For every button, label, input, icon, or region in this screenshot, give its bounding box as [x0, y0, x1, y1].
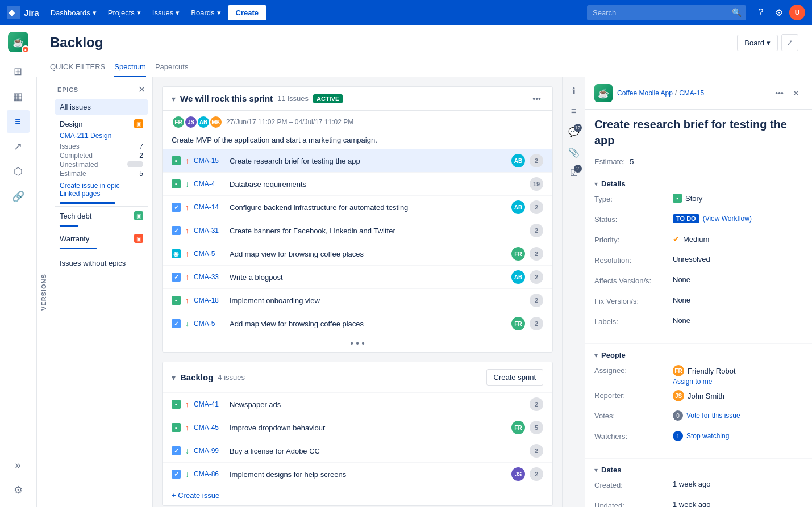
detail-sidebar-icons: ℹ ≡ 💬 12 📎 ☑ 2: [563, 77, 585, 507]
sprint-end-dots[interactable]: • • •: [350, 338, 365, 349]
field-reporter: Reporter: JS John Smith: [594, 390, 803, 406]
settings-icon[interactable]: ⚙: [771, 5, 787, 20]
quick-filter-spectrum[interactable]: Spectrum: [114, 58, 146, 77]
reporter-name: John Smith: [688, 392, 724, 400]
detail-checklist-icon[interactable]: ☑ 2: [565, 164, 583, 182]
nav-boards[interactable]: Boards ▾: [186, 5, 225, 20]
issue-summary: Create research brief for testing the ap…: [230, 157, 507, 165]
detail-actions: ••• ✕: [772, 86, 803, 100]
issue-row[interactable]: ▪ ↑ CMA-18 Implement onboarding view 2: [163, 288, 552, 312]
field-watchers: Watchers: 1 Stop watching: [594, 431, 803, 447]
sidebar-backlog-icon[interactable]: ≡: [7, 110, 30, 133]
detail-comments-icon[interactable]: 💬 12: [565, 123, 583, 141]
boards-dropdown-icon: ▾: [217, 9, 221, 17]
reporter-avatar: JS: [673, 390, 684, 401]
svg-text:◆: ◆: [8, 8, 15, 17]
backlog-toggle-icon[interactable]: ▾: [172, 373, 176, 382]
issue-row[interactable]: ▪ ↑ CMA-45 Improve dropdown behaviour FR…: [163, 416, 552, 439]
nav-issues[interactable]: Issues ▾: [148, 5, 185, 20]
issue-row[interactable]: ▪ ↑ CMA-41 Newspaper ads 2: [163, 392, 552, 416]
detail-close-icon[interactable]: ✕: [789, 86, 803, 100]
search-input[interactable]: [587, 5, 746, 20]
issue-row[interactable]: ✓ ↑ CMA-33 Write a blogpost AB 2: [163, 265, 552, 288]
nav-dashboards[interactable]: Dashboards ▾: [46, 5, 101, 20]
issue-type-task-icon: ✓: [172, 319, 181, 328]
sprint-more-icon[interactable]: •••: [530, 92, 543, 106]
issue-key: CMA-33: [194, 273, 225, 281]
versions-tab[interactable]: VERSIONS: [36, 77, 51, 507]
board-button[interactable]: Board ▾: [737, 35, 778, 51]
epic-name-techdebt[interactable]: Tech debt ▣: [55, 209, 148, 223]
linked-pages-link[interactable]: Linked pages: [60, 190, 143, 198]
epics-header: EPICS ✕: [55, 82, 148, 99]
detail-more-icon[interactable]: •••: [772, 86, 787, 100]
epic-badge-warranty: ▣: [134, 234, 143, 243]
type-value: Story: [685, 194, 702, 203]
project-icon[interactable]: ☕ ●: [8, 32, 28, 52]
issue-row[interactable]: ✓ ↑ CMA-14 Configure backend infrastruct…: [163, 195, 552, 219]
sidebar-home-icon[interactable]: ⊞: [7, 60, 30, 83]
create-issue-in-epic-link[interactable]: Create issue in epic: [60, 182, 143, 190]
detail-info-icon[interactable]: ℹ: [565, 82, 583, 100]
epics-close-icon[interactable]: ✕: [138, 84, 145, 95]
sprint-active-badge: ACTIVE: [313, 94, 343, 103]
nav-projects[interactable]: Projects ▾: [103, 5, 145, 20]
issue-type-story-icon: ▪: [172, 423, 181, 432]
sprint-toggle-icon[interactable]: ▾: [172, 94, 176, 103]
detail-dates-section: ▾ Dates Created: 1 week ago Updated: 1 w…: [585, 459, 812, 507]
priority-high-icon: ↑: [185, 249, 189, 258]
issue-avatar: AB: [511, 154, 525, 167]
vote-link[interactable]: Vote for this issue: [686, 412, 740, 420]
people-toggle-icon: ▾: [594, 351, 598, 359]
stop-watching-link[interactable]: Stop watching: [686, 432, 729, 440]
epic-badge-design: ▣: [134, 119, 143, 128]
issue-row[interactable]: ✓ ↓ CMA-99 Buy a license for Adobe CC 2: [163, 439, 552, 462]
expand-button[interactable]: ⤢: [781, 34, 798, 51]
dates-section-title: Dates: [601, 466, 621, 474]
issue-row[interactable]: ▪ ↑ CMA-15 Create research brief for tes…: [163, 149, 552, 172]
sidebar-reports-icon[interactable]: ↗: [7, 135, 30, 158]
detail-people-section: ▾ People Assignee: FR Friendly Robot: [585, 344, 812, 459]
help-icon[interactable]: ?: [753, 5, 769, 20]
epic-all-issues[interactable]: All issues: [55, 99, 148, 115]
sidebar-expand-icon[interactable]: »: [7, 454, 30, 476]
issues-dropdown-icon: ▾: [176, 9, 180, 17]
issue-row[interactable]: ▪ ↓ CMA-4 Database requirements 19: [163, 172, 552, 195]
jira-logo[interactable]: ◆ Jira: [7, 6, 39, 19]
detail-details-icon[interactable]: ≡: [565, 102, 583, 120]
issue-row[interactable]: ✓ ↓ CMA-5 Add map view for browsing coff…: [163, 312, 552, 335]
epic-sub-design[interactable]: CMA-211 Design: [55, 131, 148, 141]
epic-name-design[interactable]: Design ▣: [55, 117, 148, 131]
create-button[interactable]: Create: [228, 5, 266, 20]
sidebar-board-icon[interactable]: ▦: [7, 85, 30, 108]
quick-filter-papercuts[interactable]: Papercuts: [155, 58, 189, 77]
sprint-avatar-4: MK: [209, 115, 223, 129]
user-avatar[interactable]: U: [789, 5, 805, 20]
view-workflow-link[interactable]: (View Workflow): [703, 215, 752, 223]
issue-row[interactable]: ✓ ↑ CMA-31 Create banners for Facebook, …: [163, 219, 552, 242]
detail-attachments-icon[interactable]: 📎: [565, 143, 583, 161]
status-badge[interactable]: TO DO: [673, 214, 699, 223]
priority-high-icon: ↑: [185, 296, 189, 305]
epic-without-label[interactable]: Issues without epics: [55, 254, 148, 272]
issue-key: CMA-4: [194, 180, 225, 188]
dates-section-header[interactable]: ▾ Dates: [594, 466, 803, 474]
people-section-header[interactable]: ▾ People: [594, 351, 803, 359]
issue-row[interactable]: ◉ ↑ CMA-5 Add map view for browsing coff…: [163, 242, 552, 265]
issue-points: 2: [530, 467, 543, 481]
issue-row[interactable]: ✓ ↓ CMA-86 Implement designs for help sc…: [163, 462, 552, 485]
breadcrumb-project[interactable]: Coffee Mobile App: [617, 89, 673, 97]
create-sprint-button[interactable]: Create sprint: [486, 369, 543, 386]
epic-name-warranty[interactable]: Warranty ▣: [55, 232, 148, 245]
sidebar-releases-icon[interactable]: ⬡: [7, 160, 30, 183]
breadcrumb-issue-key[interactable]: CMA-15: [679, 89, 704, 97]
sidebar-settings-icon[interactable]: ⚙: [7, 479, 30, 501]
details-section-header[interactable]: ▾ Details: [594, 179, 803, 188]
field-fix-version: Fix Version/s: None: [594, 296, 803, 312]
issue-summary: Create banners for Facebook, Linkedin an…: [230, 227, 525, 235]
issue-type-task-icon: ✓: [172, 446, 181, 455]
sidebar-pages-icon[interactable]: 🔗: [7, 185, 30, 208]
epic-separator-1: [55, 206, 148, 207]
create-issue-link[interactable]: + Create issue: [163, 485, 552, 505]
assign-me-link[interactable]: Assign to me: [673, 378, 712, 386]
